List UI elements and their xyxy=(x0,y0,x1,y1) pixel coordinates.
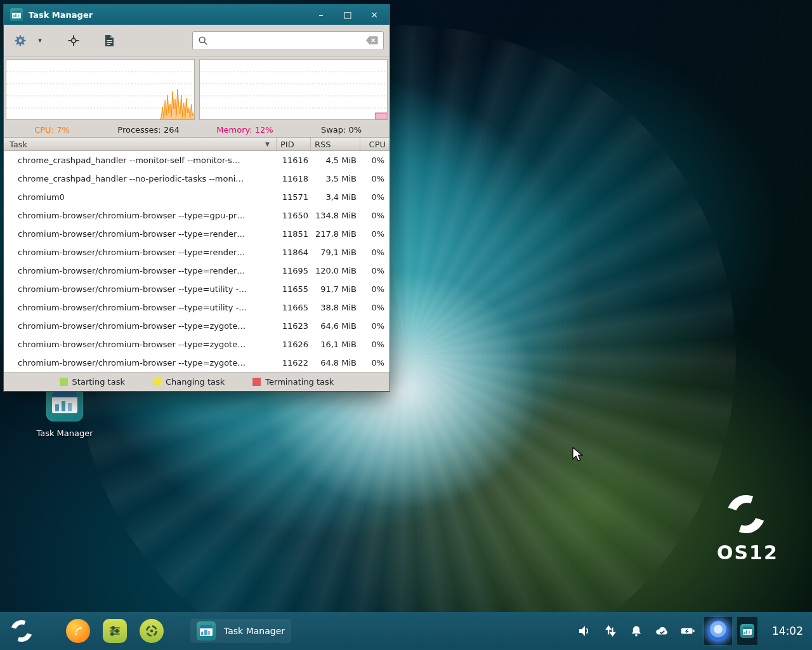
cell-rss: 134,8 MiB xyxy=(311,211,360,220)
cell-cpu: 0% xyxy=(360,229,390,239)
battery-icon xyxy=(681,624,696,638)
chromium-icon xyxy=(707,620,729,642)
system-tray xyxy=(577,623,696,639)
legend-label: Starting task xyxy=(72,377,125,387)
tray-slot-task-manager[interactable] xyxy=(737,616,758,646)
legend-swatch xyxy=(60,378,68,386)
battery-button[interactable] xyxy=(681,623,696,639)
cell-cpu: 0% xyxy=(360,321,390,331)
bell-icon xyxy=(629,624,643,638)
table-row[interactable]: chrome_crashpad_handler --no-periodic-ta… xyxy=(4,169,390,188)
cell-pid: 11622 xyxy=(277,358,311,368)
table-row[interactable]: chromium-browser/chromium-browser --type… xyxy=(4,262,390,280)
task-manager-tray-icon xyxy=(740,624,754,638)
settings-button[interactable] xyxy=(10,30,31,51)
table-row[interactable]: chromium0115713,4 MiB0% xyxy=(4,188,390,206)
clear-search-icon[interactable] xyxy=(365,36,378,45)
legend-item: Terminating task xyxy=(252,377,334,387)
column-header-rss[interactable]: RSS xyxy=(311,138,360,150)
taskbar-clock[interactable]: 14:02 xyxy=(772,625,803,637)
cell-pid: 11618 xyxy=(277,174,311,183)
volume-button[interactable] xyxy=(577,623,592,639)
cloud-sync-button[interactable] xyxy=(655,623,670,639)
cell-task: chromium0 xyxy=(4,192,277,202)
cell-rss: 91,7 MiB xyxy=(311,284,360,294)
memory-stat: Memory: 12% xyxy=(197,125,293,135)
cell-cpu: 0% xyxy=(360,303,390,312)
cell-rss: 120,0 MiB xyxy=(311,266,360,275)
taskbar-window-task-manager[interactable]: Task Manager xyxy=(190,619,291,643)
titlebar[interactable]: Task Manager – □ × xyxy=(4,4,390,25)
window-icon xyxy=(10,8,23,21)
cell-rss: 16,1 MiB xyxy=(311,340,360,349)
search-input[interactable] xyxy=(213,36,360,45)
maximize-button[interactable]: □ xyxy=(339,6,357,23)
table-row[interactable]: chromium-browser/chromium-browser --type… xyxy=(4,335,390,354)
launcher-app-center[interactable] xyxy=(140,619,164,643)
settings-dropdown-button[interactable]: ▾ xyxy=(34,30,46,51)
cloud-icon xyxy=(655,624,670,638)
table-row[interactable]: chromium-browser/chromium-browser --type… xyxy=(4,280,390,298)
search-box[interactable] xyxy=(192,31,384,50)
cell-cpu: 0% xyxy=(360,266,390,275)
os-start-icon xyxy=(9,618,34,644)
table-header: Task ▼ PID RSS CPU xyxy=(4,137,390,151)
column-header-pid[interactable]: PID xyxy=(277,138,311,150)
graphs-panel xyxy=(4,56,390,123)
cell-pid: 11571 xyxy=(277,192,311,202)
launcher-browser[interactable] xyxy=(66,619,90,643)
cell-task: chrome_crashpad_handler --no-periodic-ta… xyxy=(4,174,277,183)
search-icon xyxy=(198,36,208,46)
cell-rss: 3,5 MiB xyxy=(311,174,360,183)
chevron-down-icon: ▾ xyxy=(38,36,42,44)
traffic-button[interactable] xyxy=(603,623,618,639)
task-table-body: chrome_crashpad_handler --monitor-self -… xyxy=(4,151,390,372)
legend-label: Terminating task xyxy=(265,377,334,387)
column-header-task[interactable]: Task ▼ xyxy=(4,138,277,150)
cell-task: chromium-browser/chromium-browser --type… xyxy=(4,303,277,312)
task-manager-window: Task Manager – □ × ▾ xyxy=(3,4,390,392)
minimize-button[interactable]: – xyxy=(312,6,330,23)
column-header-cpu[interactable]: CPU xyxy=(360,138,390,150)
legend-label: Changing task xyxy=(166,377,225,387)
cell-task: chromium-browser/chromium-browser --type… xyxy=(4,248,277,257)
status-bar: CPU: 7% Processes: 264 Memory: 12% Swap:… xyxy=(4,123,390,137)
os-brand: OS12 xyxy=(717,492,775,564)
cell-task: chromium-browser/chromium-browser --type… xyxy=(4,321,277,331)
cell-pid: 11623 xyxy=(277,321,311,331)
table-row[interactable]: chromium-browser/chromium-browser --type… xyxy=(4,354,390,372)
legend-item: Changing task xyxy=(153,377,225,387)
cell-pid: 11626 xyxy=(277,340,311,349)
close-button[interactable]: × xyxy=(365,6,383,23)
start-menu-button[interactable] xyxy=(9,618,37,644)
cell-task: chromium-browser/chromium-browser --type… xyxy=(4,266,277,275)
launcher-settings[interactable] xyxy=(103,619,127,643)
table-row[interactable]: chromium-browser/chromium-browser --type… xyxy=(4,298,390,317)
details-button[interactable] xyxy=(98,30,120,51)
table-row[interactable]: chromium-browser/chromium-browser --type… xyxy=(4,206,390,225)
task-manager-icon xyxy=(197,621,216,640)
sort-indicator-icon: ▼ xyxy=(265,141,270,147)
cell-task: chromium-browser/chromium-browser --type… xyxy=(4,284,277,294)
pick-window-button[interactable] xyxy=(63,30,84,51)
cell-task: chromium-browser/chromium-browser --type… xyxy=(4,229,277,239)
cpu-stat: CPU: 7% xyxy=(4,125,100,135)
cell-task: chromium-browser/chromium-browser --type… xyxy=(4,340,277,349)
crosshair-icon xyxy=(67,34,80,47)
legend-item: Starting task xyxy=(60,377,125,387)
document-icon xyxy=(103,34,115,47)
cell-task: chromium-browser/chromium-browser --type… xyxy=(4,358,277,368)
desktop-icon-task-manager[interactable]: Task Manager xyxy=(32,385,98,438)
cell-cpu: 0% xyxy=(360,156,390,165)
tray-slot-chromium[interactable] xyxy=(704,616,733,646)
legend-swatch xyxy=(252,378,261,386)
cell-cpu: 0% xyxy=(360,192,390,202)
cell-cpu: 0% xyxy=(360,211,390,220)
cell-pid: 11864 xyxy=(277,248,311,257)
table-row[interactable]: chrome_crashpad_handler --monitor-self -… xyxy=(4,151,390,169)
cell-pid: 11650 xyxy=(277,211,311,220)
table-row[interactable]: chromium-browser/chromium-browser --type… xyxy=(4,317,390,335)
notifications-button[interactable] xyxy=(629,623,644,639)
table-row[interactable]: chromium-browser/chromium-browser --type… xyxy=(4,243,390,262)
table-row[interactable]: chromium-browser/chromium-browser --type… xyxy=(4,225,390,243)
